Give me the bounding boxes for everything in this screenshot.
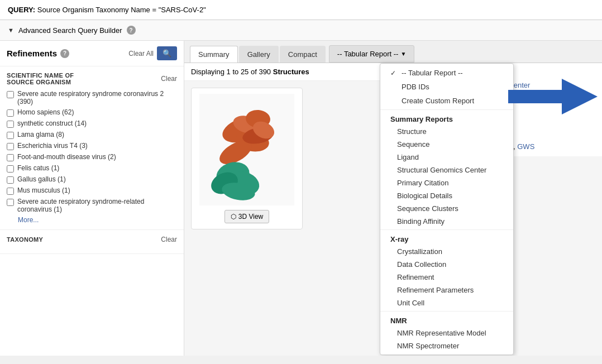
dropdown-biological-details[interactable]: Biological Details	[380, 189, 513, 202]
sidebar-header: Refinements ? Clear All 🔍	[0, 41, 184, 66]
dropdown-nmr-spectrometer[interactable]: NMR Spectrometer	[380, 339, 513, 352]
dropdown-tabular-label: -- Tabular Report --	[402, 69, 463, 77]
clear-all-button[interactable]: Clear All	[128, 50, 154, 58]
dropdown-sequence[interactable]: Sequence	[380, 138, 513, 151]
dropdown-divider-2	[380, 229, 513, 230]
scientific-name-section-header: Scientific Name ofSource Organism Clear	[7, 72, 177, 85]
filter-item-sars1: Severe acute respiratory syndrome-relate…	[7, 198, 177, 213]
filter-item-felis: Felis catus (1)	[7, 164, 177, 173]
filter-item-gallus: Gallus gallus (1)	[7, 175, 177, 184]
dropdown-sequence-clusters[interactable]: Sequence Clusters	[380, 202, 513, 215]
dropdown-data-collection[interactable]: Data Collection	[380, 258, 513, 271]
tabular-report-dropdown: ✓ -- Tabular Report -- PDB IDs Create Cu…	[380, 63, 514, 355]
dropdown-primary-citation[interactable]: Primary Citation	[380, 176, 513, 189]
dropdown-summary-header: Summary Reports	[380, 112, 513, 125]
taxonomy-section-header: Taxonomy Clear	[7, 236, 177, 243]
sidebar-header-right: Clear All 🔍	[128, 46, 177, 60]
protein-card: ⬡ 3D View	[191, 88, 303, 229]
query-value: Source Organism Taxonomy Name = "SARS-Co…	[37, 6, 206, 14]
search-button[interactable]: 🔍	[157, 46, 177, 60]
scientific-name-section: Scientific Name ofSource Organism Clear …	[0, 66, 184, 230]
tabular-report-label: -- Tabular Report --	[337, 50, 399, 58]
filter-item-mus: Mus musculus (1)	[7, 186, 177, 195]
dropdown-refinement[interactable]: Refinement	[380, 271, 513, 284]
checkbox-gallus[interactable]	[7, 176, 14, 184]
filter-item-synthetic: synthetic construct (14)	[7, 119, 177, 128]
view-3d-label: 3D View	[238, 213, 263, 221]
checkbox-sars1[interactable]	[7, 199, 14, 206]
cube-icon: ⬡	[231, 213, 236, 221]
dropdown-custom-label: Create Custom Report	[402, 97, 474, 105]
dropdown-nmr-header: NMR	[380, 313, 513, 327]
query-bar: QUERY: Source Organism Taxonomy Name = "…	[0, 0, 602, 20]
dropdown-xray-header: X-ray	[380, 232, 513, 245]
filter-item-ecoli: Escherichia virus T4 (3)	[7, 142, 177, 150]
dropdown-pdb-label: PDB IDs	[402, 83, 429, 91]
checkbox-felis[interactable]	[7, 165, 14, 173]
taxonomy-clear-button[interactable]: Clear	[161, 236, 177, 243]
dropdown-divider-1	[380, 109, 513, 110]
right-panel: Summary Gallery Compact -- Tabular Repor…	[184, 41, 602, 356]
dropdown-binding-affinity[interactable]: Binding Affinity	[380, 215, 513, 228]
filter-item-lama: Lama glama (8)	[7, 131, 177, 139]
scientific-name-clear-button[interactable]: Clear	[161, 75, 177, 83]
view-3d-button[interactable]: ⬡ 3D View	[224, 210, 269, 223]
results-info-text: Displaying 1 to 25 of 390 Structures	[191, 68, 309, 76]
blue-arrow	[508, 74, 598, 121]
dropdown-item-tabular[interactable]: ✓ -- Tabular Report --	[380, 66, 513, 80]
refinements-help-icon[interactable]: ?	[60, 49, 69, 58]
check-mark-icon: ✓	[390, 69, 398, 77]
checkbox-sars2[interactable]	[7, 91, 14, 98]
taxonomy-title: Taxonomy	[7, 236, 43, 243]
dropdown-crystallization[interactable]: Crystallization	[380, 245, 513, 258]
checkbox-mus[interactable]	[7, 188, 14, 195]
tab-summary[interactable]: Summary	[190, 46, 238, 63]
protein-svg	[202, 97, 292, 203]
refinements-title: Refinements	[7, 49, 57, 58]
checkbox-fmdv[interactable]	[7, 154, 14, 161]
advanced-search-help-icon[interactable]: ?	[127, 26, 136, 35]
dropdown-structural-genomics[interactable]: Structural Genomics Center	[380, 164, 513, 176]
dropdown-divider-3	[380, 311, 513, 312]
advanced-search-bar: ▼ Advanced Search Query Builder ?	[0, 20, 602, 41]
sidebar: Refinements ? Clear All 🔍 Scientific Nam…	[0, 41, 184, 356]
dropdown-unit-cell[interactable]: Unit Cell	[380, 296, 513, 309]
checkbox-lama[interactable]	[7, 132, 14, 139]
dropdown-item-custom-report[interactable]: Create Custom Report	[380, 94, 513, 108]
filter-item-fmdv: Foot-and-mouth disease virus (2)	[7, 153, 177, 161]
checkbox-homo[interactable]	[7, 109, 14, 117]
sidebar-header-left: Refinements ?	[7, 49, 69, 58]
chevron-down-icon: ▼	[400, 51, 406, 57]
more-link[interactable]: More...	[7, 216, 177, 224]
collapse-triangle-icon[interactable]: ▼	[8, 27, 14, 33]
tab-bar: Summary Gallery Compact -- Tabular Repor…	[184, 41, 602, 63]
tab-compact[interactable]: Compact	[280, 46, 326, 63]
checkbox-synthetic[interactable]	[7, 121, 14, 128]
dropdown-ligand[interactable]: Ligand	[380, 151, 513, 164]
main-content: Refinements ? Clear All 🔍 Scientific Nam…	[0, 41, 602, 356]
tab-gallery[interactable]: Gallery	[239, 46, 279, 63]
protein-image	[199, 94, 294, 205]
tab-tabular-report[interactable]: -- Tabular Report -- ▼	[329, 45, 414, 63]
filter-item-sars2: Severe acute respiratory syndrome corona…	[7, 90, 177, 106]
advanced-search-label: Advanced Search Query Builder	[18, 26, 122, 35]
dropdown-refinement-params[interactable]: Refinement Parameters	[380, 284, 513, 296]
taxonomy-section: Taxonomy Clear	[0, 230, 184, 254]
dropdown-item-pdb-ids[interactable]: PDB IDs	[380, 80, 513, 94]
checkbox-ecoli[interactable]	[7, 143, 14, 150]
filter-item-homo: Homo sapiens (62)	[7, 108, 177, 117]
dropdown-structure[interactable]: Structure	[380, 125, 513, 138]
query-label: QUERY:	[8, 6, 35, 14]
scientific-name-title: Scientific Name ofSource Organism	[7, 72, 74, 85]
dropdown-nmr-model[interactable]: NMR Representative Model	[380, 327, 513, 339]
svg-marker-11	[508, 79, 598, 114]
arrow-svg	[508, 74, 598, 119]
ligand-gws[interactable]: GWS	[517, 142, 534, 151]
